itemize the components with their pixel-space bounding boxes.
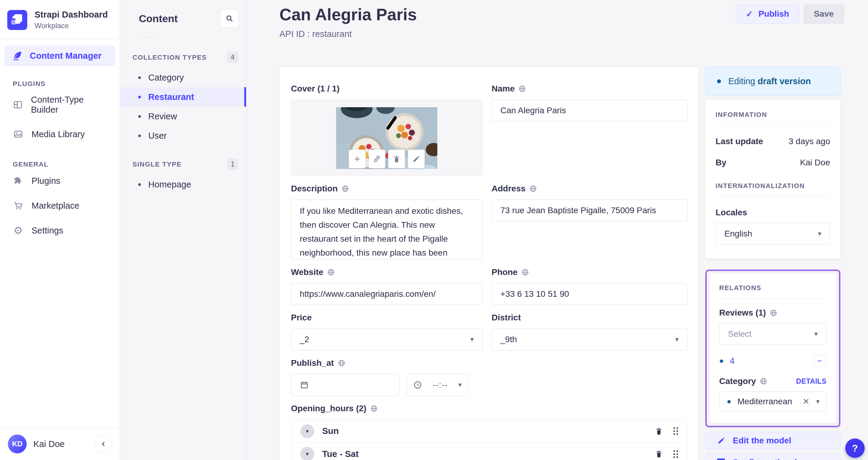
sidebar-item-content-manager[interactable]: Content Manager [5,45,115,66]
relations-card: RELATIONS Reviews (1) Select ▾ [710,274,836,423]
list-settings-icon [717,459,725,460]
sidebar-item-label: Plugins [32,176,60,186]
collapse-sidebar-button[interactable]: ‹ [95,435,112,453]
group-label-single-type: SINGLE TYPE [132,161,182,168]
cover-upload-area[interactable]: + [291,100,483,176]
subnav-item-homepage[interactable]: Homepage [120,175,246,194]
description-textarea[interactable]: If you like Mediterranean and exotic dis… [291,200,483,260]
globe-icon [341,185,349,193]
phone-field: Phone +33 6 13 10 51 90 [492,267,687,305]
address-input[interactable]: 73 rue Jean Baptiste Pigalle, 75009 Pari… [492,200,687,221]
sidebar-item-settings[interactable]: ⚙ Settings [0,218,120,243]
description-field: Description If you like Mediterranean an… [291,184,483,260]
chevron-down-icon: ▾ [470,335,474,343]
remove-relation-button[interactable]: − [813,355,826,367]
user-name: Kai Doe [33,439,88,449]
website-label: Website [291,267,323,277]
spacer-cell [492,358,687,396]
link-icon [373,155,381,163]
publish-at-field: Publish_at --:-- [291,358,483,396]
app-title: Strapi Dashboard [35,10,108,20]
avatar: KD [8,434,27,453]
price-label: Price [291,313,312,323]
sidebar-item-plugins[interactable]: Plugins [0,168,120,193]
review-relation-link[interactable]: 4 [730,356,813,366]
search-button[interactable] [220,9,239,28]
price-select[interactable]: _2 ▾ [291,329,483,350]
district-field: District _9th ▾ [492,313,687,350]
subnav-item-label: Restaurant [148,92,194,102]
globe-icon [521,268,529,276]
pencil-icon [412,155,421,163]
save-button[interactable]: Save [803,4,844,24]
sidebar-item-label: Media Library [32,129,85,139]
sidebar-item-marketplace[interactable]: Marketplace [0,193,120,218]
status-dot-icon [727,400,731,403]
clear-category-icon[interactable]: ✕ [803,397,809,406]
expand-toggle-button[interactable]: ▾ [300,447,314,460]
add-media-button[interactable]: + [349,150,366,168]
description-label: Description [291,184,338,194]
publish-at-time-input[interactable]: --:-- ▾ [407,374,468,396]
subnav-item-category[interactable]: Category [120,68,246,87]
sidebar-item-label: Content Manager [30,51,101,61]
sidebar-item-content-type-builder[interactable]: Content-Type Builder [0,88,120,122]
details-link[interactable]: DETAILS [796,377,827,386]
globe-icon [338,359,345,367]
globe-icon [518,85,526,93]
drag-handle-icon[interactable] [674,450,675,452]
locale-select[interactable]: English ▾ [716,223,830,245]
cover-field: Cover (1 / 1) [291,84,483,176]
app-brand: Strapi Dashboard Workplace [0,0,120,39]
search-icon [225,14,234,23]
sidebar-item-media-library[interactable]: Media Library [0,122,120,146]
name-input[interactable]: Can Alegria Paris [492,100,687,122]
reviews-select[interactable]: Select ▾ [719,323,827,345]
subnav-item-label: Category [148,73,184,83]
phone-label: Phone [492,267,518,277]
category-value: Mediterranean [737,397,796,406]
category-relation-box[interactable]: Mediterranean ✕ ▾ [719,392,827,412]
picture-icon [13,129,24,140]
district-select[interactable]: _9th ▾ [492,329,687,350]
divider [719,298,827,298]
delete-media-button[interactable] [388,150,405,168]
sidebar-item-label: Content-Type Builder [31,95,107,115]
trash-icon[interactable] [655,427,663,435]
bullet-icon [138,115,141,118]
globe-icon [770,309,777,317]
configure-view-button[interactable]: Configure the view [705,454,840,460]
edit-model-button[interactable]: Edit the model [705,432,840,449]
divider [139,37,153,37]
cover-label: Cover (1 / 1) [291,84,339,94]
publish-at-date-input[interactable] [291,374,399,396]
name-label: Name [492,84,515,94]
strapi-logo-icon [7,10,27,30]
website-input[interactable]: https://www.canalegriaparis.com/en/ [291,283,483,305]
main-area: Can Alegria Paris API ID : restaurant ✓ … [246,0,868,460]
subnav-item-user[interactable]: User [120,126,246,145]
by-row: By Kai Doe [716,158,830,167]
chevron-left-icon: ‹ [101,437,105,449]
drag-handle-icon[interactable] [674,427,675,429]
subnav-title: Content [139,13,178,25]
publish-button[interactable]: ✓ Publish [736,4,799,24]
trash-icon[interactable] [655,450,663,458]
chevron-down-icon: ▾ [306,428,309,434]
group-label-collection-types: COLLECTION TYPES [132,54,207,62]
last-update-row: Last update 3 days ago [716,137,830,146]
help-button[interactable]: ? [845,438,865,458]
edit-media-button[interactable] [408,150,425,168]
phone-input[interactable]: +33 6 13 10 51 90 [492,283,687,305]
expand-toggle-button[interactable]: ▾ [300,424,314,438]
subnav-item-review[interactable]: Review [120,107,246,126]
subnav-item-restaurant[interactable]: Restaurant [120,87,246,107]
copy-link-button[interactable] [369,150,385,168]
subnav-item-label: Homepage [148,179,191,190]
main-sidebar: Strapi Dashboard Workplace Content Manag… [0,0,120,460]
globe-icon [327,268,335,276]
plus-icon: + [354,154,360,165]
globe-icon [529,185,537,193]
single-type-count-badge: 1 [227,159,238,170]
publish-at-label: Publish_at [291,358,334,368]
